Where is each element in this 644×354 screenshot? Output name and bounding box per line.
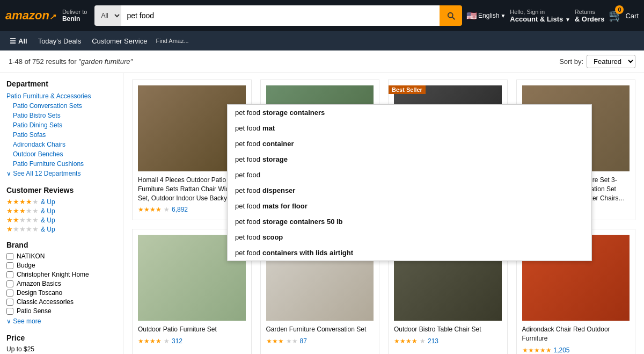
brand-item-4[interactable]: Design Toscano (6, 289, 116, 297)
sidebar-dept-item-1[interactable]: Patio Bistro Sets (6, 111, 116, 120)
stars-1-up[interactable]: ★★★★★ & Up (6, 225, 116, 233)
autocomplete-item-2[interactable]: pet food container (228, 136, 591, 151)
logo-text: amazon (5, 9, 49, 22)
department-section: Department Patio Furniture & Accessories… (6, 80, 116, 178)
find-amazon-link[interactable]: Find Amaz... (156, 38, 188, 44)
see-all-departments[interactable]: ∨ See All 12 Departments (6, 169, 116, 178)
stars-2-up[interactable]: ★★★★★ & Up (6, 216, 116, 224)
results-query: "garden furniture" (78, 57, 133, 66)
nav-customer-service[interactable]: Customer Service (87, 35, 151, 47)
brand-item-3[interactable]: Amazon Basics (6, 280, 116, 287)
product-reviews-7[interactable]: 1,205 (554, 346, 570, 354)
reviews-title: Customer Reviews (6, 186, 116, 194)
amazon-logo[interactable]: amazon↗ (5, 9, 56, 23)
deliver-label: Deliver to (62, 9, 87, 15)
product-reviews-6[interactable]: 213 (428, 337, 438, 345)
search-button[interactable] (440, 5, 462, 26)
cart-button[interactable]: 🛒 0 Cart (609, 9, 639, 23)
hamburger-icon: ☰ (10, 37, 16, 45)
deliver-to[interactable]: Deliver to Benin (62, 9, 87, 23)
price-section: Price Up to $25 $25 to $50 (6, 334, 116, 354)
star-group-2: ★★★★★ (6, 216, 39, 224)
autocomplete-item-5[interactable]: pet food dispenser (228, 183, 591, 198)
autocomplete-prefix-9: pet food (235, 249, 260, 257)
autocomplete-bold-0: storage containers (262, 109, 325, 117)
main-content: Department Patio Furniture & Accessories… (0, 73, 644, 354)
chevron-down-icon: ▼ (565, 17, 570, 23)
autocomplete-item-3[interactable]: pet food storage (228, 151, 591, 167)
autocomplete-bold-9: containers with lids airtight (262, 249, 353, 257)
product-reviews-5[interactable]: 87 (300, 337, 307, 345)
nav-todays-deals[interactable]: Today's Deals (34, 35, 86, 47)
brand-item-5[interactable]: Classic Accessories (6, 298, 116, 306)
autocomplete-bold-8: scoop (262, 233, 283, 241)
product-stars-6: ★★★★★ 213 (394, 337, 502, 345)
logo-smile: ↗ (49, 12, 56, 21)
product-title-7: Adirondack Chair Red Outdoor Furniture (522, 325, 630, 343)
product-reviews-4[interactable]: 312 (172, 337, 182, 345)
product-stars-7: ★★★★★ 1,205 (522, 346, 630, 354)
all-label: All (18, 37, 27, 45)
autocomplete-bold-2: container (262, 140, 294, 148)
search-input[interactable] (121, 5, 440, 26)
nav-bar: ☰ All Today's Deals Customer Service Fin… (0, 31, 644, 50)
autocomplete-dropdown: pet food storage containers pet food mat… (227, 104, 592, 261)
returns-label: Returns (575, 9, 605, 15)
see-more-brands[interactable]: ∨ See more (6, 316, 116, 326)
header: amazon↗ Deliver to Benin All 🇺🇸 English … (0, 0, 644, 31)
autocomplete-prefix-4: pet food (235, 171, 260, 179)
flag-icon: 🇺🇸 (466, 11, 477, 21)
product-title-5: Garden Furniture Conversation Set (266, 325, 374, 334)
best-seller-badge: Best Seller (389, 85, 426, 94)
autocomplete-item-0[interactable]: pet food storage containers (228, 105, 591, 120)
autocomplete-prefix-5: pet food (235, 186, 260, 194)
autocomplete-prefix-7: pet food (235, 218, 260, 226)
sidebar-dept-item-2[interactable]: Patio Dining Sets (6, 120, 116, 130)
sidebar-dept-item-3[interactable]: Patio Sofas (6, 130, 116, 140)
brand-item-1[interactable]: Budge (6, 262, 116, 269)
stars-3-up[interactable]: ★★★★★ & Up (6, 207, 116, 215)
product-title-6: Outdoor Bistro Table Chair Set (394, 325, 502, 334)
autocomplete-prefix-6: pet food (235, 202, 260, 210)
brand-title: Brand (6, 241, 116, 249)
sort-select[interactable]: Featured (587, 55, 635, 68)
autocomplete-item-9[interactable]: pet food containers with lids airtight (228, 245, 591, 261)
reviews-section: Customer Reviews ★★★★★ & Up ★★★★★ & Up ★… (6, 186, 116, 233)
autocomplete-bold-5: dispenser (262, 186, 295, 194)
sort-bar: Sort by: Featured (559, 55, 635, 68)
chevron-down-icon: ▼ (500, 13, 506, 19)
autocomplete-prefix-0: pet food (235, 109, 260, 117)
autocomplete-item-1[interactable]: pet food mat (228, 120, 591, 136)
product-reviews-0[interactable]: 6,892 (172, 206, 188, 213)
language-selector[interactable]: 🇺🇸 English ▼ (466, 11, 506, 21)
price-range-0[interactable]: Up to $25 (6, 345, 116, 353)
product-title-4: Outdoor Patio Furniture Set (138, 325, 246, 334)
sidebar-dept-item-0[interactable]: Patio Conversation Sets (6, 101, 116, 111)
sidebar-dept-main[interactable]: Patio Furniture & Accessories (6, 91, 116, 101)
autocomplete-item-6[interactable]: pet food mats for floor (228, 198, 591, 214)
sidebar-dept-item-6[interactable]: Patio Furniture Cushions (6, 159, 116, 169)
sidebar-dept-item-4[interactable]: Adirondack Chairs (6, 140, 116, 149)
autocomplete-item-8[interactable]: pet food scoop (228, 229, 591, 245)
brand-item-0[interactable]: NATIKON (6, 252, 116, 260)
star-group-3: ★★★★★ (6, 207, 39, 215)
autocomplete-item-7[interactable]: pet food storage containers 50 lb (228, 214, 591, 229)
product-stars-4: ★★★★★ 312 (138, 337, 246, 345)
sidebar-dept-item-5[interactable]: Outdoor Benches (6, 149, 116, 159)
stars-4-up[interactable]: ★★★★★ & Up (6, 198, 116, 206)
returns-link[interactable]: Returns & Orders (575, 9, 605, 23)
results-count: 1-48 of 752 results for (9, 57, 76, 66)
brand-item-6[interactable]: Patio Sense (6, 307, 116, 315)
star-group-4: ★★★★★ (6, 198, 39, 206)
autocomplete-item-4[interactable]: pet food (228, 167, 591, 183)
search-category-select[interactable]: All (94, 5, 121, 26)
nav-all-button[interactable]: ☰ All (5, 35, 32, 47)
autocomplete-bold-3: storage (262, 155, 288, 163)
autocomplete-prefix-2: pet food (235, 140, 260, 148)
brand-item-2[interactable]: Christopher Knight Home (6, 271, 116, 278)
sidebar: Department Patio Furniture & Accessories… (0, 73, 123, 354)
autocomplete-bold-1: mat (262, 124, 275, 132)
account-menu[interactable]: Hello, Sign in Account & Lists ▼ (510, 9, 570, 23)
cart-label: Cart (625, 12, 639, 20)
star-group-1: ★★★★★ (6, 225, 39, 233)
